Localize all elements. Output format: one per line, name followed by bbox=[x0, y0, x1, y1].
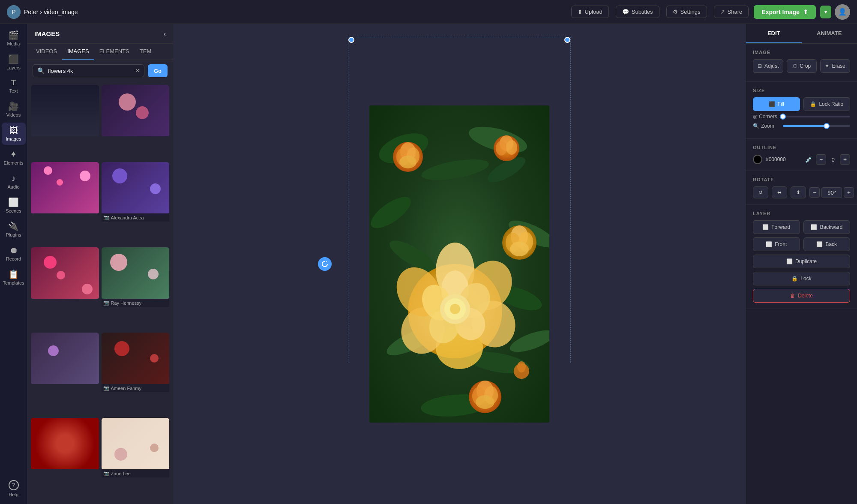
backward-button[interactable]: ⬜ Backward bbox=[803, 220, 851, 234]
list-item[interactable]: 📷 Zane Lee bbox=[102, 418, 170, 501]
right-panel: EDIT ANIMATE IMAGE ⊟ Adjust ⬡ Crop ✦ Era… bbox=[746, 24, 857, 504]
user-profile-avatar[interactable]: 👤 bbox=[835, 4, 850, 20]
rotate-ccw-button[interactable]: ↺ bbox=[753, 186, 768, 198]
erase-icon: ✦ bbox=[825, 63, 829, 69]
svg-point-49 bbox=[476, 395, 494, 409]
flip-h-button[interactable]: ⬌ bbox=[772, 186, 787, 198]
image-attribution: 📷 Zane Lee bbox=[102, 469, 170, 477]
handle-top-left[interactable] bbox=[348, 37, 354, 43]
eyedropper-icon[interactable]: 💉 bbox=[805, 156, 812, 163]
export-button[interactable]: Export Image ⬆ bbox=[754, 5, 816, 19]
rp-outline-title: OUTLINE bbox=[753, 145, 850, 150]
flip-v-button[interactable]: ⬍ bbox=[791, 186, 806, 198]
rotate-handle[interactable] bbox=[318, 257, 332, 271]
sidebar-item-audio[interactable]: ♪ Audio bbox=[2, 171, 26, 193]
list-item[interactable] bbox=[31, 333, 99, 415]
breadcrumb-project[interactable]: video_image bbox=[44, 9, 78, 15]
zoom-slider[interactable] bbox=[783, 125, 850, 127]
list-item[interactable]: 📷 Alexandru Acea bbox=[102, 162, 170, 245]
outline-color-text: #000000 bbox=[766, 156, 802, 162]
lock-button[interactable]: 🔒 Lock bbox=[753, 272, 850, 285]
image-grid: 📷 Alexandru Acea 📷 Ray H bbox=[27, 81, 173, 504]
delete-button[interactable]: 🗑 Delete bbox=[753, 289, 850, 303]
corners-icon: ◎ bbox=[753, 114, 757, 120]
text-icon: T bbox=[11, 79, 16, 87]
sidebar-item-record[interactable]: ⏺ Record bbox=[2, 243, 26, 265]
sidebar-item-text[interactable]: T Text bbox=[2, 75, 26, 97]
help-icon: ? bbox=[9, 480, 19, 490]
canvas-image[interactable] bbox=[369, 105, 549, 423]
subtitles-icon: 💬 bbox=[622, 9, 629, 15]
rotate-decrease-button[interactable]: − bbox=[809, 187, 820, 198]
crop-button[interactable]: ⬡ Crop bbox=[787, 59, 817, 73]
list-item[interactable] bbox=[31, 85, 99, 159]
list-item[interactable] bbox=[31, 418, 99, 501]
backward-icon: ⬜ bbox=[811, 224, 817, 230]
rotate-increase-button[interactable]: + bbox=[844, 187, 854, 198]
handle-top-right[interactable] bbox=[564, 37, 570, 43]
search-clear-icon[interactable]: ✕ bbox=[135, 68, 140, 74]
sidebar-item-videos[interactable]: 🎥 Videos bbox=[2, 99, 26, 121]
sidebar-item-images[interactable]: 🖼 Images bbox=[2, 123, 26, 145]
templates-icon: 📋 bbox=[8, 270, 19, 279]
front-button[interactable]: ⬜ Front bbox=[753, 237, 800, 251]
sidebar-item-label: Record bbox=[6, 256, 21, 261]
forward-button[interactable]: ⬜ Forward bbox=[753, 220, 800, 234]
panel-close-icon[interactable]: ‹ bbox=[164, 30, 166, 37]
settings-button[interactable]: ⚙ Settings bbox=[666, 6, 707, 18]
lock-icon: 🔒 bbox=[791, 276, 798, 282]
subtitles-button[interactable]: 💬 Subtitles bbox=[616, 6, 659, 18]
outline-color-swatch[interactable] bbox=[753, 155, 762, 164]
search-input[interactable] bbox=[48, 68, 132, 74]
list-item[interactable]: 📷 Ray Hennessy bbox=[102, 247, 170, 330]
tab-images[interactable]: IMAGES bbox=[62, 44, 94, 60]
back-button[interactable]: ⬜ Back bbox=[803, 237, 851, 251]
images-icon: 🖼 bbox=[9, 126, 18, 135]
tab-tem[interactable]: TEM bbox=[135, 44, 156, 60]
list-item[interactable] bbox=[102, 85, 170, 159]
sidebar-item-plugins[interactable]: 🔌 Plugins bbox=[2, 219, 26, 241]
export-icon: ⬆ bbox=[803, 9, 808, 15]
upload-button[interactable]: ⬆ Upload bbox=[571, 6, 609, 18]
search-icon: 🔍 bbox=[37, 67, 45, 74]
corners-row: ◎ Corners bbox=[753, 114, 850, 120]
zoom-icon: 🔍 bbox=[753, 123, 759, 129]
images-panel: IMAGES ‹ VIDEOS IMAGES ELEMENTS TEM 🔍 ✕ … bbox=[27, 24, 173, 504]
list-item[interactable] bbox=[31, 162, 99, 245]
list-item[interactable]: 📷 Ameen Fahmy bbox=[102, 333, 170, 415]
sidebar-item-label: Templates bbox=[3, 280, 24, 285]
export-label: Export Image bbox=[761, 9, 800, 15]
sidebar-item-templates[interactable]: 📋 Templates bbox=[2, 267, 26, 289]
share-button[interactable]: ↗ Share bbox=[714, 6, 749, 18]
panel-tabs: VIDEOS IMAGES ELEMENTS TEM bbox=[27, 44, 173, 60]
export-dropdown-button[interactable]: ▾ bbox=[820, 6, 831, 18]
outline-decrease-button[interactable]: − bbox=[816, 154, 826, 165]
sidebar-item-media[interactable]: 🎬 Media bbox=[2, 27, 26, 50]
elements-icon: ✦ bbox=[10, 150, 17, 159]
tab-edit[interactable]: EDIT bbox=[746, 24, 802, 43]
sidebar-item-scenes[interactable]: ⬜ Scenes bbox=[2, 195, 26, 217]
canvas-area[interactable] bbox=[173, 24, 746, 504]
svg-text:P: P bbox=[12, 9, 15, 15]
tab-elements[interactable]: ELEMENTS bbox=[94, 44, 135, 60]
search-go-button[interactable]: Go bbox=[148, 64, 168, 77]
lock-ratio-button[interactable]: 🔒 Lock Ratio bbox=[803, 97, 851, 111]
tab-animate[interactable]: ANIMATE bbox=[802, 24, 857, 43]
outline-num-control: − 0 + bbox=[816, 154, 850, 165]
fill-button[interactable]: ⬛ Fill bbox=[753, 97, 800, 111]
panel-search: 🔍 ✕ Go bbox=[27, 60, 173, 81]
corners-slider[interactable] bbox=[783, 116, 850, 117]
tab-videos[interactable]: VIDEOS bbox=[31, 44, 62, 60]
erase-button[interactable]: ✦ Erase bbox=[820, 59, 850, 73]
adjust-button[interactable]: ⊟ Adjust bbox=[753, 59, 783, 73]
svg-point-51 bbox=[517, 361, 526, 372]
rp-image-actions: ⊟ Adjust ⬡ Crop ✦ Erase bbox=[753, 59, 850, 73]
rp-size-section: SIZE ⬛ Fill 🔒 Lock Ratio ◎ Corners bbox=[746, 82, 857, 139]
sidebar-item-layers[interactable]: ⬛ Layers bbox=[2, 51, 26, 74]
breadcrumb-user[interactable]: Peter bbox=[24, 9, 38, 15]
sidebar-item-elements[interactable]: ✦ Elements bbox=[2, 147, 26, 169]
outline-increase-button[interactable]: + bbox=[840, 154, 850, 165]
sidebar-item-help[interactable]: ? Help bbox=[2, 477, 26, 501]
duplicate-button[interactable]: ⬜ Duplicate bbox=[753, 255, 850, 268]
list-item[interactable] bbox=[31, 247, 99, 330]
